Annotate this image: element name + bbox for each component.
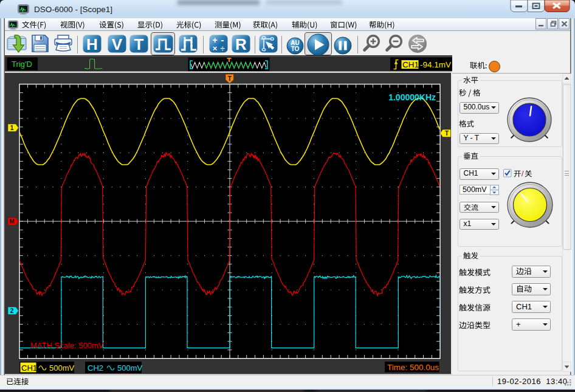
svg-text:R: R	[235, 35, 247, 53]
svg-text:V: V	[111, 35, 122, 53]
svg-text:÷: ÷	[220, 44, 224, 53]
svg-text:MATH Scale: 500mV: MATH Scale: 500mV	[30, 341, 104, 350]
svg-text:Trig'D: Trig'D	[12, 60, 32, 69]
svg-text:500mV: 500mV	[49, 363, 75, 373]
svg-text:M: M	[9, 218, 14, 225]
svg-text:CH1: CH1	[21, 363, 37, 373]
svg-text:H: H	[86, 35, 98, 53]
svg-text:TO: TO	[291, 46, 299, 52]
svg-text:T: T	[228, 75, 232, 82]
svg-text:T: T	[445, 130, 449, 137]
svg-text:-94.1mV: -94.1mV	[420, 60, 451, 69]
svg-text:1: 1	[10, 125, 14, 131]
svg-text:2: 2	[10, 308, 14, 314]
svg-text:500mV: 500mV	[117, 363, 143, 373]
svg-text:×: ×	[213, 44, 218, 53]
svg-text:1.00000KHz: 1.00000KHz	[388, 92, 436, 102]
svg-text:Time: 500.0us: Time: 500.0us	[387, 363, 439, 372]
svg-text:CH1: CH1	[402, 60, 419, 69]
svg-text:T: T	[134, 35, 144, 53]
svg-text:CH2: CH2	[88, 363, 103, 373]
